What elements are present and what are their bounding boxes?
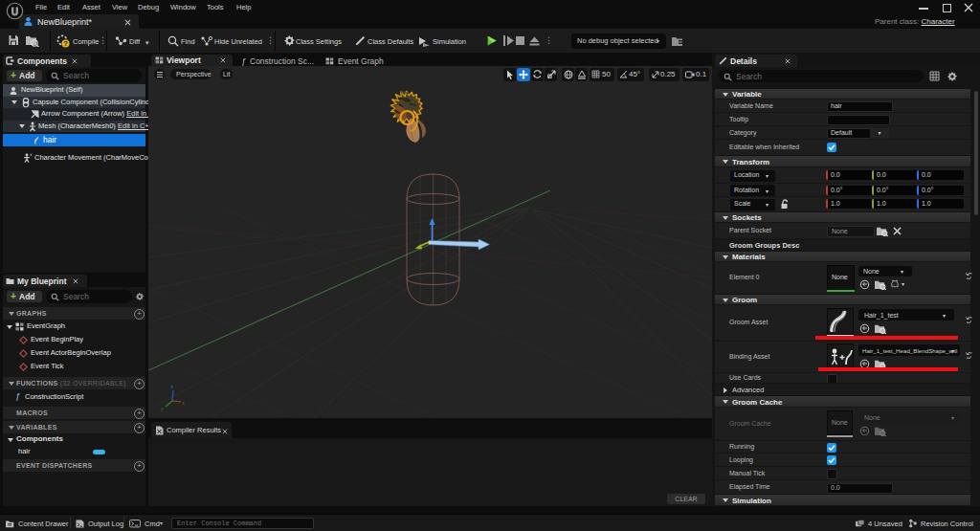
svg-text:x: x	[182, 400, 185, 406]
svg-text:?: ?	[63, 39, 68, 48]
svg-text:y: y	[161, 406, 164, 411]
svg-text:z: z	[171, 384, 174, 389]
